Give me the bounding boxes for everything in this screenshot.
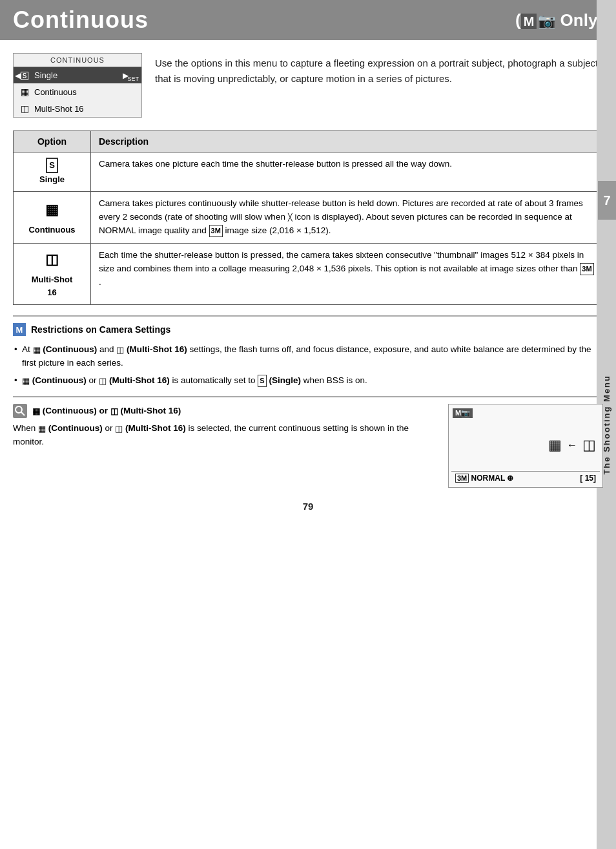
multi-bold-r2: (Multi-Shot 16) xyxy=(109,375,170,385)
page-title: Continuous xyxy=(13,6,149,34)
menu-title: CONTINUOUS xyxy=(14,54,141,67)
restrictions-icon: M xyxy=(13,323,26,336)
continuous-label: Continuous xyxy=(28,225,75,235)
3m-img-badge: 3M xyxy=(455,474,469,483)
menu-item-continuous[interactable]: ▦ Continuous xyxy=(14,83,141,100)
page-number: 79 xyxy=(0,494,616,522)
note-icon xyxy=(13,404,27,418)
cont-bold-r2: (Continuous) xyxy=(32,375,87,385)
restrictions-section: M Restrictions on Camera Settings At ▦ (… xyxy=(13,315,603,390)
table-row-multishot: ◫ Multi-Shot16 Each time the shutter-rel… xyxy=(14,244,603,305)
single-label: Single xyxy=(39,174,65,184)
continuous-table-icon: ▦ xyxy=(21,199,83,221)
m-badge-img: M📷 xyxy=(453,408,473,418)
single-icon-r2: S xyxy=(258,375,266,387)
note-image-middle: ▦ ← ◫ xyxy=(451,433,600,457)
multi-icon-body: ◫ xyxy=(115,423,123,435)
desc-single: Camera takes one picture each time the s… xyxy=(91,152,603,192)
multi-icon-r1: ◫ xyxy=(116,344,124,357)
note-title: ▦ (Continuous) or ◫ (Multi-Shot 16) xyxy=(32,406,181,416)
top-section: CONTINUOUS ◀ S Single ▶ SET ▦ Continuous… xyxy=(0,40,616,124)
multi-icon-r2: ◫ xyxy=(99,375,107,388)
restrictions-list: At ▦ (Continuous) and ◫ (Multi-Shot 16) … xyxy=(13,341,603,390)
option-single: S Single xyxy=(14,152,91,192)
table-row-continuous: ▦ Continuous Camera takes pictures conti… xyxy=(14,192,603,244)
cont-icon-r1: ▦ xyxy=(33,344,41,357)
multishot-icon: ◫ xyxy=(19,103,30,114)
continuous-icon: ▦ xyxy=(19,87,30,97)
restriction-item-1: At ▦ (Continuous) and ◫ (Multi-Shot 16) … xyxy=(13,341,603,372)
menu-mockup: CONTINUOUS ◀ S Single ▶ SET ▦ Continuous… xyxy=(13,53,142,118)
menu-label-continuous: Continuous xyxy=(34,87,77,97)
note-body: When ▦ (Continuous) or ◫ (Multi-Shot 16)… xyxy=(13,422,438,449)
cont-icon-body: ▦ xyxy=(38,423,46,435)
cont-bold-r1: (Continuous) xyxy=(43,344,97,354)
multishot-label: Multi-Shot16 xyxy=(32,275,73,297)
option-continuous: ▦ Continuous xyxy=(14,192,91,244)
desc-continuous: Camera takes pictures continuously while… xyxy=(91,192,603,244)
cont-icon-note: ▦ xyxy=(32,406,40,416)
arrow-note: ← xyxy=(567,439,577,451)
svg-point-0 xyxy=(15,406,22,413)
menu-item-single[interactable]: ◀ S Single ▶ SET xyxy=(14,67,141,83)
col-option-header: Option xyxy=(14,131,91,152)
note-section: ▦ (Continuous) or ◫ (Multi-Shot 16) When… xyxy=(13,396,603,488)
restriction-item-2: ▦ (Continuous) or ◫ (Multi-Shot 16) is a… xyxy=(13,372,603,390)
note-image-top: M📷 xyxy=(451,407,600,419)
table-row-single: S Single Camera takes one picture each t… xyxy=(14,152,603,192)
single-box-icon: S xyxy=(46,158,58,173)
restrictions-header: M Restrictions on Camera Settings xyxy=(13,323,603,336)
menu-label-single: Single xyxy=(34,70,57,80)
multishot-icon-note: ◫ xyxy=(582,437,596,454)
image-quality-label: 3M NORMAL ⊕ xyxy=(455,474,513,483)
note-image-bottom: 3M NORMAL ⊕ [ 15] xyxy=(451,471,600,485)
menu-label-multishot: Multi-Shot 16 xyxy=(34,104,84,114)
page-subtitle: (M📷 Only) xyxy=(515,10,603,30)
cont-icon-r2: ▦ xyxy=(22,375,30,388)
note-header: ▦ (Continuous) or ◫ (Multi-Shot 16) xyxy=(13,404,438,418)
options-table: Option Description S Single Camera takes… xyxy=(13,131,603,305)
magnify-icon xyxy=(15,406,25,416)
svg-line-1 xyxy=(21,412,25,415)
menu-arrow-left: ◀ xyxy=(15,71,21,80)
menu-item-multishot[interactable]: ◫ Multi-Shot 16 xyxy=(14,100,141,117)
restrictions-title: Restrictions on Camera Settings xyxy=(31,324,170,335)
side-tab-number: 7 xyxy=(598,181,616,220)
shot-count-label: [ 15] xyxy=(580,474,596,483)
set-label: SET xyxy=(127,76,139,82)
note-left: ▦ (Continuous) or ◫ (Multi-Shot 16) When… xyxy=(13,404,438,488)
desc-multishot: Each time the shutter-release button is … xyxy=(91,244,603,305)
multi-bold-r1: (Multi-Shot 16) xyxy=(127,344,187,354)
camera-icon-note: ▦ xyxy=(548,437,562,454)
multi-icon-note: ◫ xyxy=(110,406,118,416)
option-multishot: ◫ Multi-Shot16 xyxy=(14,244,91,305)
page-header: Continuous (M📷 Only) xyxy=(0,0,616,40)
top-description: Use the options in this menu to capture … xyxy=(155,53,603,118)
3m-badge-2: 3M xyxy=(580,263,593,275)
multishot-table-icon: ◫ xyxy=(21,249,83,271)
3m-badge-1: 3M xyxy=(209,225,223,237)
note-image: M📷 ▦ ← ◫ 3M NORMAL ⊕ [ 15] xyxy=(448,404,603,488)
single-bold-r2: (Single) xyxy=(269,375,301,385)
col-description-header: Description xyxy=(91,131,603,152)
